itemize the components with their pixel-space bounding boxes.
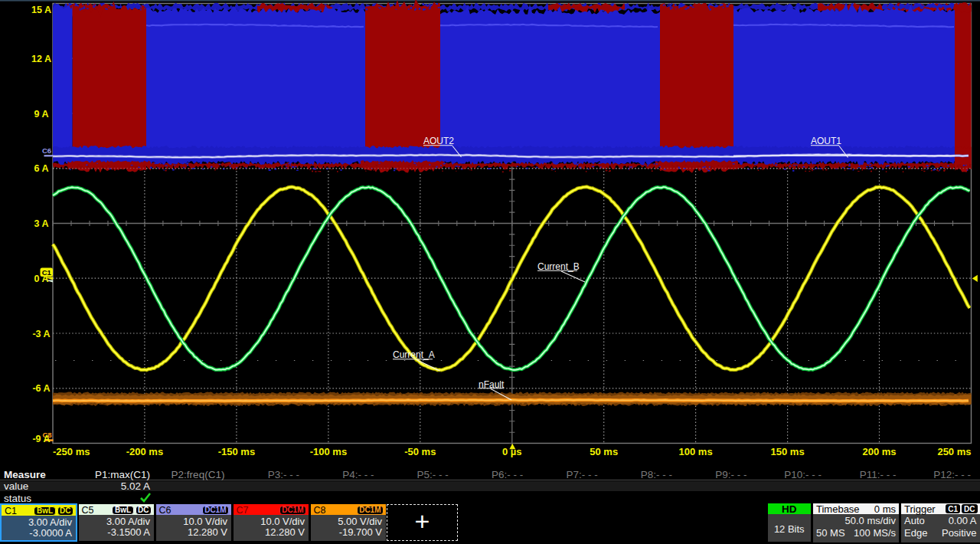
svg-text:-200 ms: -200 ms [126, 446, 163, 457]
svg-text:15 A: 15 A [31, 5, 51, 15]
svg-text:-50 ms: -50 ms [404, 446, 436, 457]
svg-text:-150 ms: -150 ms [218, 446, 255, 457]
svg-text:-250 ms: -250 ms [53, 446, 90, 457]
svg-text:6 A: 6 A [34, 163, 49, 174]
svg-text:C6: C6 [42, 146, 51, 155]
svg-text:AOUT2: AOUT2 [423, 136, 454, 146]
svg-text:12 A: 12 A [31, 54, 51, 64]
svg-text:-100 ms: -100 ms [310, 446, 347, 457]
svg-text:3 A: 3 A [34, 218, 49, 229]
svg-text:9 A: 9 A [34, 109, 49, 120]
svg-text:100 ms: 100 ms [679, 446, 713, 457]
svg-text:250 ms: 250 ms [937, 446, 971, 457]
svg-text:0 A: 0 A [34, 274, 49, 284]
svg-text:Current_B: Current_B [537, 261, 580, 272]
svg-text:150 ms: 150 ms [771, 446, 805, 457]
svg-text:AOUT1: AOUT1 [811, 136, 841, 146]
svg-text:50 ms: 50 ms [590, 446, 618, 457]
svg-text:-3 A: -3 A [32, 329, 50, 339]
svg-text:Current_A: Current_A [393, 349, 435, 360]
svg-text:-6 A: -6 A [32, 383, 50, 394]
svg-text:200 ms: 200 ms [862, 446, 896, 457]
svg-text:-9 A: -9 A [32, 434, 50, 444]
